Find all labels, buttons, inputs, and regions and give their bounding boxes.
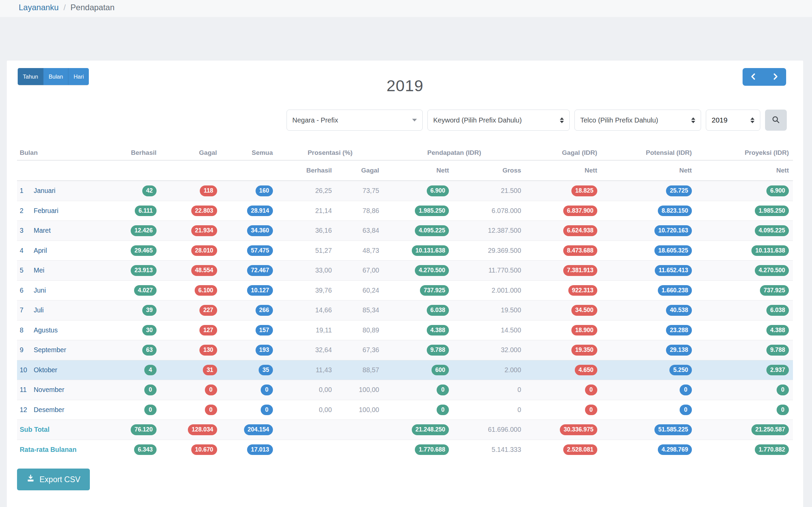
chevron-left-icon [750, 72, 757, 82]
pendapatan-nett-badge: 4.388 [427, 325, 449, 336]
proyeksi-nett-badge: 4.388 [766, 325, 789, 336]
table-header: Bulan Berhasil Gagal Semua Prosentasi (%… [17, 146, 793, 181]
berhasil-badge: 39 [142, 305, 156, 316]
breadcrumb-link-layananku[interactable]: Layananku [19, 3, 59, 12]
potensial-nett-badge: 0 [680, 385, 692, 395]
tab-bulan[interactable]: Bulan [43, 68, 68, 85]
pendapatan-nett-badge: 737.925 [420, 285, 449, 296]
potensial-nett-badge: 0 [680, 405, 692, 415]
proyeksi-nett-badge: 1.985.250 [755, 206, 789, 216]
semua-badge: 34.360 [247, 225, 273, 236]
berhasil-badge: 42 [142, 185, 156, 196]
pct-berhasil-cell: 51,27 [277, 241, 336, 261]
table-body: 1Januari 42 118 160 26,25 73,75 6.900 21… [17, 181, 793, 459]
month-label: Maret [34, 227, 51, 234]
row-number: 10 [20, 366, 29, 374]
pendapatan-table: Bulan Berhasil Gagal Semua Prosentasi (%… [17, 146, 793, 459]
telco-value: Telco (Pilih Prefix Dahulu) [580, 116, 658, 124]
gagal-badge: 118 [200, 185, 217, 196]
pct-gagal-cell: 67,36 [336, 340, 383, 360]
proyeksi-nett-badge: 4.095.225 [755, 225, 789, 236]
berhasil-badge: 6.111 [135, 206, 157, 216]
month-label: Desember [34, 406, 64, 413]
proyeksi-nett-badge: 6.900 [766, 185, 789, 196]
proyeksi-nett-badge: 1.770.882 [755, 444, 789, 455]
next-period-button[interactable] [764, 68, 786, 86]
month-label: Januari [34, 187, 55, 194]
tab-tahun[interactable]: Tahun [18, 68, 43, 85]
card-header-row: Tahun Bulan Hari 2019 [17, 68, 793, 110]
keyword-select[interactable]: Keyword (Pilih Prefix Dahulu) [427, 110, 570, 131]
pct-gagal-cell: 80,89 [336, 320, 383, 340]
pendapatan-nett-badge: 600 [432, 365, 449, 376]
gagal-nett-badge: 6.624.938 [563, 225, 597, 236]
pendapatan-gross-cell: 14.500 [453, 320, 525, 340]
pendapatan-gross-cell: 0 [453, 400, 525, 420]
gagal-badge: 31 [203, 365, 217, 376]
search-button[interactable] [765, 110, 787, 131]
period-tab-group: Tahun Bulan Hari [18, 68, 89, 85]
pendapatan-nett-badge: 4.095.225 [415, 225, 449, 236]
potensial-nett-badge: 40.538 [666, 305, 692, 316]
month-label: April [34, 247, 47, 254]
prev-period-button[interactable] [743, 68, 764, 86]
gagal-nett-badge: 8.473.688 [563, 245, 597, 256]
table-row: 7Juli 39 227 266 14,66 85,34 6.038 19.50… [17, 300, 793, 321]
pendapatan-nett-badge: 4.270.500 [415, 265, 449, 276]
pendapatan-gross-cell: 32.000 [453, 340, 525, 360]
pct-berhasil-cell: 0,00 [277, 400, 336, 420]
telco-select[interactable]: Telco (Pilih Prefix Dahulu) [574, 110, 701, 131]
month-label: Juli [34, 306, 44, 314]
table-footer-row: Rata-rata Bulanan 6.343 10.670 17.013 1.… [17, 440, 793, 459]
filter-row: Negara - Prefix Keyword (Pilih Prefix Da… [17, 110, 793, 131]
table-row: 6Juni 4.027 6.100 10.127 39,76 60,24 737… [17, 280, 793, 300]
row-number: 11 [20, 386, 29, 394]
potensial-nett-badge: 1.660.238 [658, 285, 692, 296]
table-row: 9September 63 130 193 32,64 67,36 9.788 … [17, 340, 793, 360]
berhasil-badge: 4.027 [134, 285, 157, 296]
semua-badge: 0 [261, 385, 273, 395]
tab-hari[interactable]: Hari [68, 68, 89, 85]
gagal-badge: 0 [205, 405, 217, 415]
gagal-badge: 0 [205, 385, 217, 395]
table-row: 8Agustus 30 127 157 19,11 80,89 4.388 14… [17, 320, 793, 340]
gagal-badge: 227 [199, 305, 217, 316]
pendapatan-nett-badge: 6.038 [427, 305, 449, 316]
month-label: Februari [34, 207, 59, 214]
proyeksi-nett-badge: 21.250.587 [751, 424, 789, 435]
download-icon [27, 474, 35, 485]
pct-gagal-cell: 60,24 [336, 280, 383, 300]
berhasil-badge: 12.426 [131, 225, 157, 236]
pendapatan-nett-badge: 0 [437, 405, 449, 415]
pct-gagal-cell: 78,86 [336, 201, 383, 221]
berhasil-badge: 0 [144, 385, 157, 395]
gagal-nett-badge: 0 [585, 385, 597, 395]
pct-berhasil-cell: 32,64 [277, 340, 336, 360]
potensial-nett-badge: 5.250 [669, 365, 692, 376]
table-row: 1Januari 42 118 160 26,25 73,75 6.900 21… [17, 181, 793, 201]
semua-badge: 0 [261, 405, 273, 415]
potensial-nett-badge: 11.652.413 [655, 265, 692, 276]
gagal-nett-badge: 0 [585, 405, 597, 415]
gagal-nett-badge: 922.313 [568, 285, 597, 296]
row-number: 2 [20, 207, 29, 215]
month-label: Juni [34, 287, 46, 294]
year-select[interactable]: 2019 [706, 110, 760, 131]
export-csv-button[interactable]: Export CSV [17, 469, 90, 490]
month-label: November [34, 386, 64, 393]
berhasil-badge: 23.913 [131, 265, 157, 276]
pendapatan-gross-cell: 61.696.000 [453, 420, 525, 440]
col-header-prosentasi: Prosentasi (%) [277, 146, 383, 160]
pct-gagal-cell: 100,00 [336, 380, 383, 400]
proyeksi-nett-badge: 0 [777, 385, 789, 395]
berhasil-badge: 6.343 [134, 444, 157, 455]
gagal-nett-badge: 7.381.913 [563, 265, 597, 276]
month-label: Mei [34, 266, 44, 274]
pct-berhasil-cell: 11,43 [277, 360, 336, 380]
pendapatan-gross-cell: 2.001.000 [453, 280, 525, 300]
negara-prefix-select[interactable]: Negara - Prefix [287, 110, 423, 131]
up-down-arrows-icon [560, 117, 564, 123]
gagal-nett-badge: 34.500 [571, 305, 597, 316]
berhasil-badge: 29.465 [131, 245, 157, 256]
semua-badge: 204.154 [244, 424, 273, 435]
